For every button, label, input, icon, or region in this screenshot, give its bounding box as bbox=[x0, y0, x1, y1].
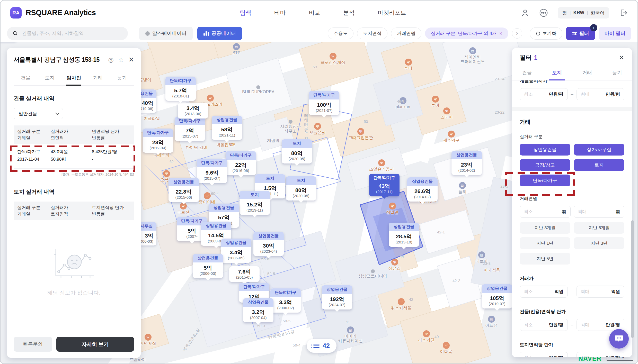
map-poi-조일유리공사: Ψ조일유리공사 bbox=[369, 159, 394, 171]
marker-date: (2013-06) bbox=[182, 112, 204, 116]
search-box[interactable] bbox=[7, 27, 128, 40]
more-options-icon[interactable] bbox=[539, 8, 548, 17]
min-input[interactable]: 최소만원/평 bbox=[520, 319, 568, 331]
min-input[interactable]: 최소억원 bbox=[520, 286, 568, 298]
map-marker-22억[interactable]: 단독/다가구22억(2016-06) bbox=[226, 151, 256, 175]
building-type-dropdown[interactable]: 일반건물 bbox=[14, 108, 63, 119]
detail-tab-임차인[interactable]: 임차인 bbox=[62, 71, 86, 85]
quick-range-button-지난 3년[interactable]: 지난 3년 bbox=[574, 237, 625, 249]
marker-price: 15.2억 bbox=[244, 201, 266, 208]
map-marker-26.6억[interactable]: 상업용건물26.6억(2014-02) bbox=[407, 177, 438, 202]
map-marker-7.6억[interactable]: 7.6억(2015-05) bbox=[229, 266, 260, 282]
max-input[interactable]: 최대만원/평 bbox=[577, 352, 625, 357]
map-marker-22.8억[interactable]: 상업용건물22.8억(2015-06) bbox=[169, 178, 199, 202]
map-marker-3.3억[interactable]: 단독/다가구3.3억(2006-02) bbox=[270, 288, 301, 313]
trade-type-button-상가/사무실[interactable]: 상가/사무실 bbox=[574, 144, 625, 156]
chip-토지면적[interactable]: 토지면적 bbox=[357, 28, 387, 39]
marker-type: 상업용건물 bbox=[322, 285, 352, 294]
map-marker-100억[interactable]: 단독/다가구100억(2021-07) bbox=[309, 91, 339, 115]
trade-type-button-토지[interactable]: 토지 bbox=[574, 159, 625, 171]
my-filter-button[interactable]: 마이 필터 bbox=[599, 27, 631, 40]
table-cell: 43.0억원 50.98평 bbox=[47, 148, 88, 163]
data-toggle-알스퀘어데이터[interactable]: 알스퀘어데이터 bbox=[139, 27, 193, 40]
map-marker-30억[interactable]: 상업용건물30억(2023-04) bbox=[253, 232, 284, 256]
chip-거래연월[interactable]: 거래연월 bbox=[391, 28, 421, 39]
nav-item-테마[interactable]: 테마 bbox=[274, 9, 286, 17]
map-marker-80억[interactable]: 토지80억(2020-05) bbox=[282, 139, 312, 163]
filter-tab-거래[interactable]: 거래 bbox=[572, 66, 602, 80]
map-marker-23억[interactable]: 상업용건물23억(2014-02) bbox=[451, 151, 482, 175]
view-details-button[interactable]: 자세히 보기 bbox=[56, 337, 134, 352]
map-marker-80억[interactable]: 토지80억(2020-05) bbox=[286, 176, 316, 201]
calendar-icon[interactable]: ▦ bbox=[615, 209, 620, 215]
map-marker-28.5억[interactable]: 상업용건물28.5억(2013-10) bbox=[389, 223, 419, 247]
map-marker-9.6억[interactable]: 단독/다가구9.6억(2015-07) bbox=[197, 159, 227, 183]
map-marker-105억[interactable]: 상업용건물105억(2019-07) bbox=[482, 284, 512, 308]
quick-inquiry-button[interactable]: 빠른문의 bbox=[14, 337, 52, 352]
detail-panel-content[interactable]: 건물 실거래 내역 일반건물 실거래 구분 거래일실거래가 연면적연면적당 단가… bbox=[14, 87, 134, 332]
map-marker-5억[interactable]: 상업용건물5억(2006-03) bbox=[193, 254, 223, 278]
map-marker-43억[interactable]: 단독/다가구43억(2017-11) bbox=[369, 174, 400, 196]
detail-tab-거래[interactable]: 거래 bbox=[86, 71, 110, 85]
close-filter-panel-icon[interactable]: ✕ bbox=[619, 54, 624, 62]
search-input[interactable] bbox=[21, 30, 122, 37]
detail-tab-등기[interactable]: 등기 bbox=[110, 71, 134, 85]
profile-icon[interactable] bbox=[521, 8, 529, 17]
map-marker-23억[interactable]: 단독/다가구23억(2012-04) bbox=[143, 129, 173, 153]
remove-filter-icon[interactable]: × bbox=[499, 31, 502, 37]
poi-label: 시리행정사 사무소 bbox=[280, 124, 301, 134]
marker-price: 5억 bbox=[197, 264, 219, 271]
filter-button[interactable]: 필터 1 bbox=[566, 27, 595, 40]
nav-item-탐색[interactable]: 탐색 bbox=[240, 9, 251, 17]
close-detail-panel-icon[interactable]: ✕ bbox=[128, 56, 134, 64]
active-filter-chip[interactable]: 실거래 구분: 단독/다가구 외 4개× bbox=[425, 28, 508, 39]
nav-item-분석[interactable]: 분석 bbox=[343, 9, 355, 17]
filter-panel-scrollbar[interactable] bbox=[631, 220, 634, 338]
quick-range-button-지난 3개월[interactable]: 지난 3개월 bbox=[520, 222, 570, 234]
trade-type-button-상업용건물[interactable]: 상업용건물 bbox=[520, 144, 570, 156]
filter-tab-토지[interactable]: 토지 bbox=[542, 66, 572, 80]
detail-tab-토지[interactable]: 토지 bbox=[38, 71, 62, 85]
map-marker-3.2억[interactable]: 상업용건물3.2억(2007-04) bbox=[243, 298, 273, 322]
marker-price: 5억 bbox=[181, 227, 203, 234]
max-date-input[interactable]: 최대▦ bbox=[574, 206, 625, 218]
poi-label: 국보전 bbox=[177, 210, 189, 215]
chat-support-button[interactable] bbox=[609, 329, 629, 349]
map-marker-58억[interactable]: 상업용건물58억(2021-11) bbox=[212, 116, 242, 140]
min-input[interactable]: 최소만원/평 bbox=[520, 88, 568, 100]
calendar-icon[interactable]: ▦ bbox=[562, 209, 566, 215]
chip-주용도[interactable]: 주용도 bbox=[328, 28, 353, 39]
map-marker-192억[interactable]: 상업용건물192억(2024-07) bbox=[322, 285, 352, 310]
filter-tab-등기[interactable]: 등기 bbox=[602, 66, 632, 80]
map-marker-7억[interactable]: 단독/다가구7억(2015-07) bbox=[175, 117, 205, 141]
quick-range-button-지난 1년[interactable]: 지난 1년 bbox=[520, 237, 570, 249]
locale-settings-pill[interactable]: 평| KRW| 한국어 bbox=[558, 7, 609, 19]
nav-item-비교[interactable]: 비교 bbox=[309, 9, 320, 17]
min-input[interactable]: 최소만원/평 bbox=[520, 352, 568, 357]
favorite-star-icon[interactable]: ☆ bbox=[118, 56, 124, 63]
quick-range-button-지난 6개월[interactable]: 지난 6개월 bbox=[574, 222, 625, 234]
roadview-icon[interactable]: ◎ bbox=[108, 56, 114, 63]
quick-range-button-지난 5년[interactable]: 지난 5년 bbox=[520, 253, 570, 265]
result-count-button[interactable]: 42 bbox=[307, 339, 336, 353]
map-marker-5.7억[interactable]: 단독/다가구5.7억(2010-01) bbox=[165, 77, 196, 101]
map-poi-비비키-커뮤니케이션: ▤비비키 커뮤니케이션 bbox=[338, 326, 363, 343]
trade-type-button-공장/창고[interactable]: 공장/창고 bbox=[520, 159, 570, 171]
chip-scroll-right-button[interactable]: › bbox=[512, 28, 522, 39]
map-marker-15.2억[interactable]: 토지15.2억(2019-11) bbox=[240, 191, 270, 215]
nav-item-마켓리포트[interactable]: 마켓리포트 bbox=[378, 9, 406, 17]
filter-tab-건물[interactable]: 건물 bbox=[512, 66, 542, 80]
brand-logo-icon[interactable]: RA bbox=[10, 7, 22, 19]
min-date-input[interactable]: 최소▦ bbox=[520, 206, 571, 218]
table-row[interactable]: 단독/다가구 2017-11-0443.0억원 50.98평8,435만원/평 … bbox=[14, 144, 134, 169]
data-toggle-공공데이터[interactable]: 공공데이터 bbox=[197, 27, 242, 40]
logout-icon[interactable] bbox=[619, 8, 628, 17]
detail-tab-건물[interactable]: 건물 bbox=[14, 71, 38, 85]
max-input[interactable]: 최대억원 bbox=[577, 286, 625, 298]
trade-type-button-단독/다가구[interactable]: 단독/다가구 bbox=[520, 175, 570, 186]
map-marker-3.4억[interactable]: 상업용건물3.4억(2006-09) bbox=[221, 239, 251, 263]
building-transactions-heading: 건물 실거래 내역 bbox=[14, 95, 134, 102]
max-input[interactable]: 최대만원/평 bbox=[577, 88, 625, 100]
map-marker-3.4억[interactable]: 3.4억(2013-06) bbox=[178, 103, 208, 119]
reset-button[interactable]: 초기화 bbox=[530, 27, 562, 40]
